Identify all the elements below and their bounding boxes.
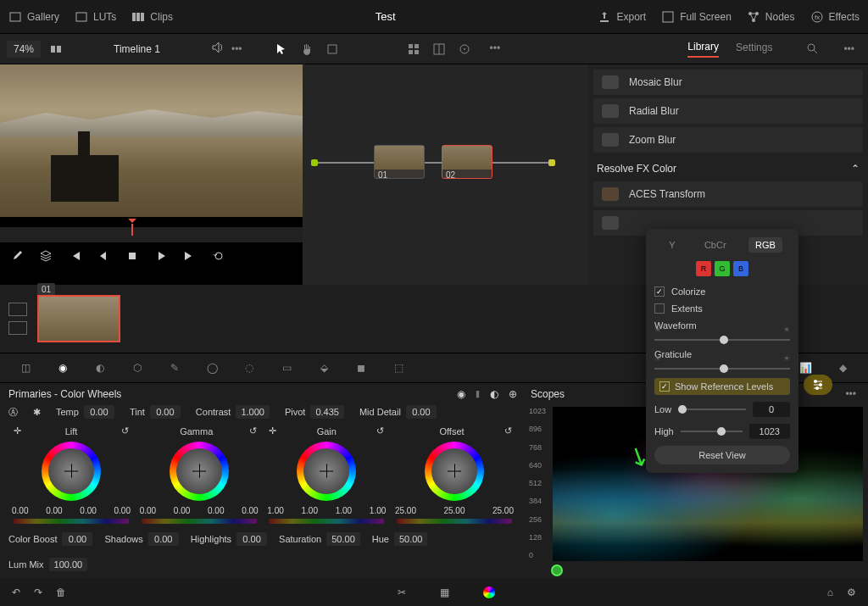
show-ref-checkbox[interactable] (659, 381, 670, 392)
delete-button[interactable]: 🗑 (56, 587, 66, 598)
offset-g[interactable]: 25.00 (443, 506, 465, 515)
luts-button[interactable]: LUTs (75, 10, 116, 24)
blur-icon[interactable]: ◼ (353, 362, 370, 374)
fx-radial-blur[interactable]: Radial Blur (593, 98, 863, 124)
tab-library[interactable]: Library (687, 41, 719, 58)
scopes-tab-icon[interactable]: 📊 (797, 362, 814, 374)
key-icon[interactable]: ⬚ (390, 362, 407, 374)
split-icon[interactable] (432, 42, 446, 56)
view-mode-icon[interactable] (49, 42, 63, 56)
extents-row[interactable]: Extents (654, 303, 790, 314)
gain-y[interactable]: 1.00 (267, 506, 283, 515)
colorize-row[interactable]: Colorize (654, 286, 790, 297)
lift-jog[interactable] (14, 519, 129, 524)
output-connector[interactable] (548, 159, 555, 166)
undo-button[interactable]: ↶ (12, 587, 20, 598)
rgb-b-toggle[interactable]: B (733, 261, 748, 276)
hdr-icon[interactable]: ◐ (92, 362, 108, 374)
lift-y[interactable]: 0.00 (12, 506, 28, 515)
cut-page-icon[interactable]: ✂ (398, 587, 406, 598)
high-slider[interactable] (681, 431, 743, 432)
gamma-wheel[interactable] (170, 442, 229, 501)
skip-end-icon[interactable] (183, 249, 197, 263)
tab-cbcr[interactable]: CbCr (698, 237, 733, 253)
info-icon[interactable]: ◆ (834, 362, 851, 374)
grid-icon[interactable] (407, 42, 420, 56)
fullscreen-button[interactable]: Full Screen (661, 10, 732, 24)
tab-settings[interactable]: Settings (736, 42, 772, 57)
node-01[interactable]: 01 (374, 145, 425, 179)
graticule-slider[interactable] (654, 368, 790, 370)
colorize-checkbox[interactable] (654, 286, 665, 297)
fx-aces-transform[interactable]: ACES Transform (593, 181, 863, 207)
scopes-more-menu[interactable]: ••• (845, 388, 856, 400)
gamma-r[interactable]: 0.00 (174, 506, 190, 515)
hue-value[interactable]: 50.00 (394, 532, 428, 546)
warper-icon[interactable]: ◯ (203, 362, 220, 374)
prev-frame-icon[interactable] (97, 249, 110, 263)
offset-r[interactable]: 25.00 (395, 506, 416, 515)
highlights-value[interactable]: 0.00 (236, 532, 267, 546)
extents-checkbox[interactable] (654, 303, 665, 314)
node-02[interactable]: 02 (442, 145, 492, 179)
lift-r[interactable]: 0.00 (46, 506, 62, 515)
search-icon[interactable] (806, 42, 820, 56)
wheels-mode-icon[interactable]: ◉ (457, 388, 465, 400)
input-connector[interactable] (311, 159, 318, 166)
lift-b[interactable]: 0.00 (114, 506, 131, 515)
gamma-b[interactable]: 0.00 (242, 506, 258, 515)
settings-button[interactable]: ⚙ (847, 587, 856, 598)
colorboost-value[interactable]: 0.00 (62, 532, 92, 546)
waveform-slider[interactable] (654, 339, 790, 341)
list-view-icon[interactable] (8, 321, 27, 335)
tint-value[interactable]: 0.00 (150, 405, 181, 419)
skip-start-icon[interactable] (68, 249, 81, 263)
color-page-icon[interactable] (483, 587, 495, 598)
play-icon[interactable] (154, 249, 168, 263)
target-icon[interactable] (458, 42, 471, 56)
temp-value[interactable]: 0.00 (84, 405, 114, 419)
reset-view-button[interactable]: Reset View (654, 446, 790, 464)
low-slider[interactable] (678, 409, 746, 410)
lift-reset-icon[interactable]: ↺ (121, 425, 129, 436)
tab-rgb[interactable]: RGB (748, 237, 782, 253)
saturation-value[interactable]: 50.00 (326, 532, 360, 546)
lift-g[interactable]: 0.00 (80, 506, 96, 515)
qualifier-icon[interactable]: ◌ (241, 362, 258, 374)
pivot-value[interactable]: 0.435 (310, 405, 344, 419)
eyedropper-icon[interactable] (10, 249, 24, 263)
home-button[interactable]: ⌂ (827, 587, 833, 598)
crop-tool[interactable] (326, 42, 339, 56)
gain-g[interactable]: 1.00 (336, 506, 352, 515)
gamma-reset-icon[interactable]: ↺ (249, 425, 257, 436)
bars-mode-icon[interactable]: ⦀ (476, 388, 480, 400)
add-icon[interactable]: ⊕ (509, 388, 517, 400)
nodes-button[interactable]: Nodes (747, 10, 795, 24)
gamma-g[interactable]: 0.00 (208, 506, 224, 515)
offset-b[interactable]: 25.00 (492, 506, 514, 515)
pick-white-icon[interactable]: ✱ (33, 407, 41, 418)
clip-thumbnail[interactable] (37, 295, 120, 342)
volume-button[interactable] (211, 41, 225, 57)
contrast-value[interactable]: 1.000 (236, 405, 270, 419)
scope-playhead-marker[interactable] (551, 564, 563, 576)
timeline-scrubber[interactable] (0, 227, 303, 242)
effects-button[interactable]: fx Effects (810, 10, 860, 24)
gamma-jog[interactable] (142, 519, 257, 524)
gain-r[interactable]: 1.00 (301, 506, 317, 515)
export-button[interactable]: Export (598, 10, 646, 24)
gain-reset-icon[interactable]: ↺ (376, 425, 384, 436)
rgb-r-toggle[interactable]: R (696, 261, 711, 276)
more-menu-tools[interactable]: ••• (490, 42, 501, 56)
camera-raw-icon[interactable]: ◫ (17, 362, 34, 374)
shadows-value[interactable]: 0.00 (148, 532, 179, 546)
gain-wheel[interactable] (297, 442, 356, 501)
high-value[interactable]: 1023 (749, 424, 790, 439)
middetail-value[interactable]: 0.00 (406, 405, 437, 419)
fx-mosaic-blur[interactable]: Mosaic Blur (593, 69, 863, 95)
window-icon[interactable]: ▭ (278, 362, 295, 374)
layers-icon[interactable] (39, 249, 53, 263)
gain-picker-icon[interactable]: ✛ (269, 425, 276, 436)
node-graph[interactable]: 01 02 (303, 64, 588, 285)
lummix-value[interactable]: 100.00 (49, 558, 88, 571)
